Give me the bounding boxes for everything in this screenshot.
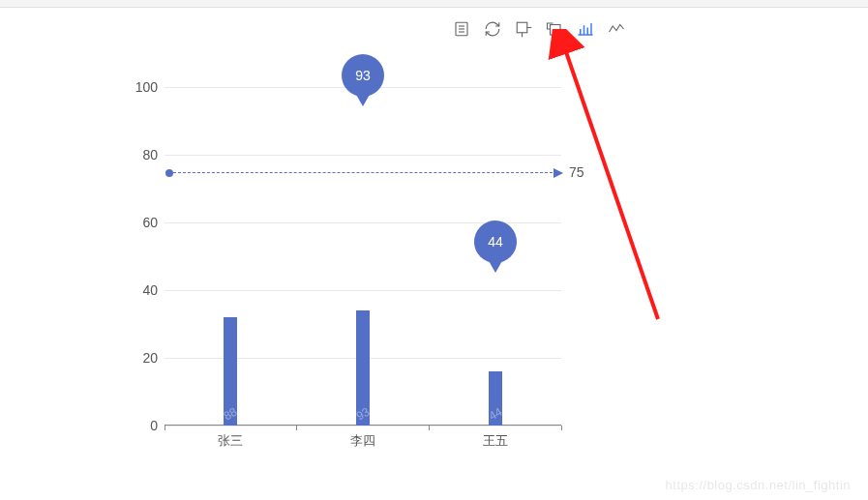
bar-wangwu[interactable]: 44 [489, 371, 502, 426]
gridline [165, 426, 561, 426]
window-top-border [0, 0, 868, 8]
bar-value-label: 93 [354, 405, 373, 424]
x-tick [165, 426, 165, 430]
data-view-icon[interactable] [452, 19, 471, 39]
annotation-arrow-icon [547, 29, 682, 338]
x-tick-label: 张三 [218, 432, 243, 450]
chart-toolbar [452, 19, 626, 39]
bar-value-label: 44 [487, 405, 505, 424]
markpoint-min: 44 [474, 221, 517, 263]
plot-region: 0 20 40 60 80 100 75 88 93 44 [165, 87, 561, 426]
bar-chart: 0 20 40 60 80 100 75 88 93 44 [106, 68, 561, 464]
markpoint-max-label: 93 [355, 68, 371, 83]
x-tick [296, 426, 297, 430]
bar-zhangsan[interactable]: 88 [224, 317, 237, 426]
y-tick-label: 0 [121, 418, 158, 433]
x-tick [561, 426, 562, 430]
markline-start-dot [165, 169, 173, 177]
watermark-text: https://blog.csdn.net/lin_fightin [666, 478, 851, 492]
markpoint-max: 93 [342, 54, 384, 97]
markline-arrow-icon [554, 168, 563, 178]
y-tick-label: 100 [121, 79, 158, 95]
svg-rect-7 [551, 25, 561, 36]
svg-line-14 [564, 46, 658, 319]
line-chart-icon[interactable] [607, 19, 626, 39]
markpoint-tail-icon [488, 259, 503, 273]
zoom-reset-icon[interactable] [545, 19, 564, 39]
gridline [165, 155, 561, 156]
zoom-select-icon[interactable] [514, 19, 533, 39]
gridline [165, 290, 561, 291]
svg-rect-4 [517, 22, 527, 33]
y-tick-label: 40 [121, 282, 158, 298]
y-tick-label: 80 [121, 147, 158, 162]
y-tick-label: 20 [121, 350, 158, 366]
x-tick-label: 李四 [350, 432, 375, 450]
bar-lisi[interactable]: 93 [356, 310, 370, 426]
refresh-icon[interactable] [483, 19, 502, 39]
bar-value-label: 88 [222, 405, 240, 424]
x-tick-label: 王五 [483, 432, 508, 450]
y-tick-label: 60 [121, 215, 158, 230]
markpoint-tail-icon [355, 93, 371, 106]
average-markline [168, 172, 557, 173]
markpoint-min-label: 44 [488, 234, 503, 250]
bar-chart-icon[interactable] [576, 19, 595, 39]
x-tick [429, 426, 430, 430]
markline-label: 75 [569, 164, 584, 180]
